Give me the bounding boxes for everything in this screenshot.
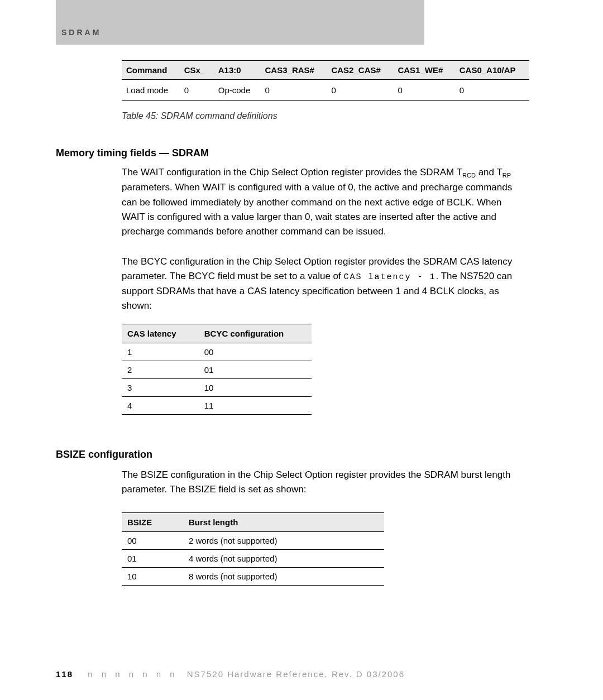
code-cas-latency: CAS latency - 1 — [344, 272, 436, 282]
subscript-rcd: RCD — [462, 172, 476, 179]
td: 4 — [122, 397, 199, 415]
th-a13: A13:0 — [214, 61, 261, 80]
td: 8 words (not supported) — [183, 568, 384, 586]
th-bcyc: BCYC configuration — [199, 324, 312, 343]
table-row: 10 8 words (not supported) — [122, 568, 384, 586]
td: 00 — [199, 343, 312, 361]
td: 01 — [199, 361, 312, 379]
td: 1 — [122, 343, 199, 361]
table-row: 2 01 — [122, 361, 312, 379]
page: SDRAM Command CSx_ A13:0 CAS3_RAS# CAS2_… — [0, 0, 603, 700]
table-row: Load mode 0 Op-code 0 0 0 0 — [122, 80, 529, 101]
td: Op-code — [214, 80, 261, 101]
bsize-table-block: BSIZE Burst length 00 2 words (not suppo… — [122, 512, 384, 586]
th-command: Command — [122, 61, 180, 80]
table-row: 4 11 — [122, 397, 312, 415]
th-bsize: BSIZE — [122, 513, 183, 532]
text: parameters. When WAIT is configured with… — [122, 182, 512, 237]
text: The WAIT configuration in the Chip Selec… — [122, 167, 462, 178]
td: 0 — [327, 80, 393, 101]
th-csx: CSx_ — [180, 61, 214, 80]
table45-caption: Table 45: SDRAM command definitions — [122, 111, 529, 121]
page-footer: 118 n n n n n n n NS7520 Hardware Refere… — [56, 669, 536, 679]
td: 11 — [199, 397, 312, 415]
th-cas3: CAS3_RAS# — [261, 61, 327, 80]
table-row: 3 10 — [122, 379, 312, 397]
bsize-table: BSIZE Burst length 00 2 words (not suppo… — [122, 512, 384, 586]
td: 0 — [393, 80, 454, 101]
td: 10 — [122, 568, 183, 586]
td: 2 — [122, 361, 199, 379]
para-bsize: The BSIZE configuration in the Chip Sele… — [122, 468, 524, 497]
table-header-row: BSIZE Burst length — [122, 513, 384, 532]
cas-latency-table: CAS latency BCYC configuration 1 00 2 01… — [122, 324, 312, 415]
page-number: 118 — [56, 669, 73, 679]
td: Load mode — [122, 80, 180, 101]
cas-table-block: CAS latency BCYC configuration 1 00 2 01… — [122, 324, 312, 415]
heading-bsize: BSIZE configuration — [56, 449, 152, 461]
td: 01 — [122, 550, 183, 568]
table-row: 00 2 words (not supported) — [122, 532, 384, 550]
td: 3 — [122, 379, 199, 397]
table-row: 1 00 — [122, 343, 312, 361]
th-burst: Burst length — [183, 513, 384, 532]
table-header-row: Command CSx_ A13:0 CAS3_RAS# CAS2_CAS# C… — [122, 61, 529, 80]
td: 0 — [455, 80, 529, 101]
para-bcyc-config: The BCYC configuration in the Chip Selec… — [122, 255, 524, 313]
td: 2 words (not supported) — [183, 532, 384, 550]
heading-memory-timing: Memory timing fields — SDRAM — [56, 147, 209, 159]
table45-block: Command CSx_ A13:0 CAS3_RAS# CAS2_CAS# C… — [122, 60, 529, 121]
th-cas-latency: CAS latency — [122, 324, 199, 343]
footer-dots: n n n n n n n — [88, 669, 178, 679]
command-table: Command CSx_ A13:0 CAS3_RAS# CAS2_CAS# C… — [122, 60, 529, 101]
td: 10 — [199, 379, 312, 397]
th-cas1: CAS1_WE# — [393, 61, 454, 80]
para-wait-config: The WAIT configuration in the Chip Selec… — [122, 165, 524, 239]
td: 4 words (not supported) — [183, 550, 384, 568]
td: 00 — [122, 532, 183, 550]
th-cas0: CAS0_A10/AP — [455, 61, 529, 80]
td: 0 — [261, 80, 327, 101]
footer-doc-title: NS7520 Hardware Reference, Rev. D 03/200… — [187, 669, 405, 679]
header-band — [56, 0, 424, 45]
th-cas2: CAS2_CAS# — [327, 61, 393, 80]
subscript-rp: RP — [502, 172, 511, 179]
header-section-label: SDRAM — [61, 28, 101, 37]
table-row: 01 4 words (not supported) — [122, 550, 384, 568]
td: 0 — [180, 80, 214, 101]
text: and T — [476, 167, 502, 178]
table-header-row: CAS latency BCYC configuration — [122, 324, 312, 343]
